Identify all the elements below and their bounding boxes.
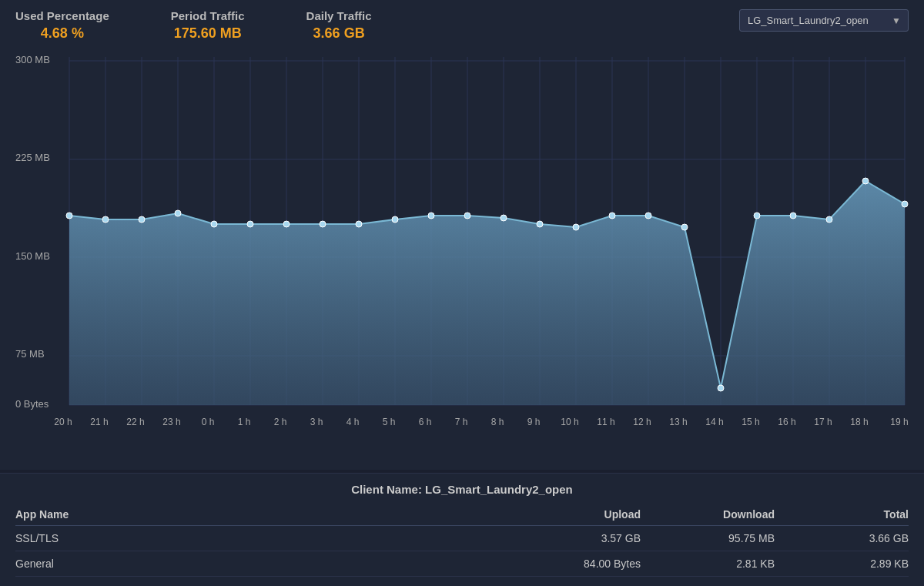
data-point — [681, 224, 688, 230]
svg-text:8 h: 8 h — [491, 417, 504, 427]
data-point — [102, 216, 109, 223]
used-percentage-value: 4.68 % — [15, 25, 109, 42]
table-body: SSL/TLS 3.57 GB 95.75 MB 3.66 GB General… — [15, 526, 909, 577]
data-point — [790, 213, 796, 219]
data-point — [320, 221, 326, 227]
svg-text:300 MB: 300 MB — [15, 54, 50, 65]
data-point — [283, 221, 290, 227]
cell-app-name: General — [15, 551, 507, 577]
daily-traffic-value: 3.66 GB — [306, 25, 372, 42]
svg-text:5 h: 5 h — [383, 417, 396, 427]
period-traffic-label: Period Traffic — [171, 9, 245, 22]
data-point — [356, 221, 362, 227]
svg-text:225 MB: 225 MB — [15, 152, 50, 163]
period-traffic-stat: Period Traffic 175.60 MB — [171, 9, 245, 42]
svg-text:75 MB: 75 MB — [15, 348, 45, 360]
data-point — [862, 178, 869, 184]
daily-traffic-stat: Daily Traffic 3.66 GB — [306, 9, 372, 42]
data-point — [754, 213, 760, 219]
cell-upload: 3.57 GB — [507, 526, 641, 551]
data-point — [573, 224, 579, 230]
used-percentage-label: Used Percentage — [15, 9, 109, 22]
daily-traffic-label: Daily Traffic — [306, 9, 372, 22]
data-point — [902, 201, 908, 207]
svg-text:150 MB: 150 MB — [15, 250, 50, 262]
svg-text:0 Bytes: 0 Bytes — [15, 398, 49, 410]
svg-text:14 h: 14 h — [705, 417, 723, 427]
svg-text:20 h: 20 h — [54, 417, 72, 427]
svg-text:1 h: 1 h — [238, 417, 251, 427]
cell-app-name: SSL/TLS — [15, 526, 507, 551]
main-container: Used Percentage 4.68 % Period Traffic 17… — [0, 0, 924, 586]
svg-text:2 h: 2 h — [274, 417, 287, 427]
svg-text:4 h: 4 h — [346, 417, 360, 427]
svg-text:11 h: 11 h — [597, 417, 614, 427]
svg-text:6 h: 6 h — [419, 417, 432, 427]
header-app-name: App Name — [15, 504, 507, 526]
data-point — [464, 213, 470, 219]
svg-text:9 h: 9 h — [527, 417, 541, 427]
data-point — [247, 221, 253, 227]
data-point — [826, 216, 832, 223]
data-point — [645, 213, 651, 219]
data-point — [211, 221, 217, 227]
svg-text:13 h: 13 h — [669, 417, 687, 427]
table-title: Client Name: LG_Smart_Laundry2_open — [15, 483, 909, 496]
chart-area-fill — [69, 181, 905, 405]
svg-text:22 h: 22 h — [126, 417, 144, 427]
svg-text:17 h: 17 h — [814, 417, 832, 427]
traffic-chart: 300 MB 225 MB 150 MB 75 MB 0 Bytes — [15, 49, 909, 442]
table-header-row: App Name Upload Download Total — [15, 504, 909, 526]
chart-area: 300 MB 225 MB 150 MB 75 MB 0 Bytes — [15, 49, 909, 442]
data-point — [537, 221, 543, 227]
header-upload: Upload — [507, 504, 641, 526]
cell-download: 95.75 MB — [641, 526, 775, 551]
chart-section: Used Percentage 4.68 % Period Traffic 17… — [0, 0, 924, 470]
svg-text:21 h: 21 h — [90, 417, 108, 427]
svg-text:0 h: 0 h — [202, 417, 215, 427]
data-point — [175, 210, 181, 216]
svg-text:16 h: 16 h — [778, 417, 795, 427]
data-point — [609, 213, 615, 219]
header-total: Total — [775, 504, 909, 526]
data-point — [500, 215, 507, 221]
dropdown-wrapper: LG_Smart_Laundry2_open ▼ — [739, 9, 909, 32]
cell-upload: 84.00 Bytes — [507, 551, 641, 577]
svg-text:23 h: 23 h — [162, 417, 180, 427]
data-point — [428, 213, 434, 219]
svg-text:18 h: 18 h — [850, 417, 868, 427]
stats-row: Used Percentage 4.68 % Period Traffic 17… — [15, 9, 909, 42]
table-row: SSL/TLS 3.57 GB 95.75 MB 3.66 GB — [15, 526, 909, 551]
table-row: General 84.00 Bytes 2.81 KB 2.89 KB — [15, 551, 909, 577]
dropdown-container: LG_Smart_Laundry2_open ▼ — [739, 9, 909, 32]
svg-text:10 h: 10 h — [561, 417, 578, 427]
svg-text:19 h: 19 h — [890, 417, 908, 427]
period-traffic-value: 175.60 MB — [171, 25, 245, 42]
data-point — [66, 213, 72, 219]
data-point — [392, 216, 398, 223]
client-dropdown[interactable]: LG_Smart_Laundry2_open — [739, 9, 909, 32]
svg-text:12 h: 12 h — [633, 417, 651, 427]
svg-text:3 h: 3 h — [310, 417, 323, 427]
table-section: Client Name: LG_Smart_Laundry2_open App … — [0, 473, 924, 586]
data-point — [718, 385, 724, 391]
data-table: App Name Upload Download Total SSL/TLS 3… — [15, 504, 909, 577]
data-point — [139, 216, 145, 223]
cell-total: 2.89 KB — [775, 551, 909, 577]
svg-text:15 h: 15 h — [742, 417, 759, 427]
used-percentage-stat: Used Percentage 4.68 % — [15, 9, 109, 42]
header-download: Download — [641, 504, 775, 526]
cell-total: 3.66 GB — [775, 526, 909, 551]
cell-download: 2.81 KB — [641, 551, 775, 577]
svg-text:7 h: 7 h — [455, 417, 468, 427]
